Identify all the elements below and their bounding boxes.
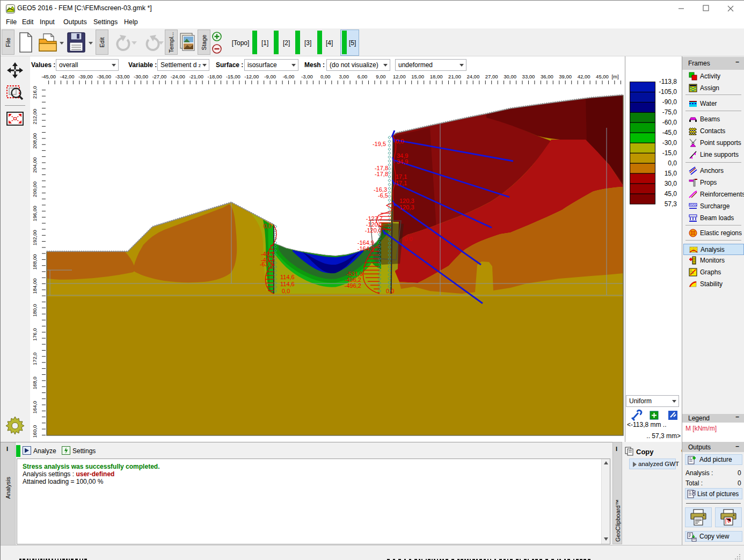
svg-text:-18,00: -18,00 <box>208 74 222 79</box>
svg-text:18,00: 18,00 <box>430 74 443 79</box>
svg-text:0,00: 0,00 <box>320 74 331 79</box>
svg-text:33,00: 33,00 <box>522 74 535 79</box>
svg-text:0,0: 0,0 <box>396 138 404 144</box>
svg-text:176,0: 176,0 <box>32 328 38 341</box>
svg-text:-9,00: -9,00 <box>264 74 276 79</box>
svg-text:-3,00: -3,00 <box>301 74 313 79</box>
svg-text:-30,00: -30,00 <box>134 74 148 79</box>
svg-text:-24,00: -24,00 <box>171 74 185 79</box>
svg-text:-63,3: -63,3 <box>260 261 273 267</box>
svg-text:-39,00: -39,00 <box>78 74 93 79</box>
svg-text:188,00: 188,00 <box>32 254 38 270</box>
svg-text:208,00: 208,00 <box>32 133 38 149</box>
svg-text:6,00: 6,00 <box>358 74 368 79</box>
svg-text:9,00: 9,00 <box>376 74 386 79</box>
svg-text:120,3: 120,3 <box>399 198 414 204</box>
svg-text:27,00: 27,00 <box>485 74 498 79</box>
svg-text:39,00: 39,00 <box>559 74 572 79</box>
svg-text:0,0: 0,0 <box>282 288 290 294</box>
svg-text:114,6: 114,6 <box>280 281 295 287</box>
svg-text:200,00: 200,00 <box>32 181 38 197</box>
svg-text:45,00: 45,00 <box>596 74 609 79</box>
svg-text:15,00: 15,00 <box>411 74 424 79</box>
svg-text:160,0: 160,0 <box>32 425 38 438</box>
svg-text:17,1: 17,1 <box>396 173 407 180</box>
svg-text:17,1: 17,1 <box>396 180 407 186</box>
svg-text:-36,00: -36,00 <box>97 74 111 79</box>
svg-text:21,00: 21,00 <box>448 74 461 79</box>
svg-text:164,0: 164,0 <box>32 401 38 414</box>
svg-text:-45,00: -45,00 <box>41 74 56 79</box>
svg-text:12,00: 12,00 <box>393 74 406 79</box>
svg-text:-19,5: -19,5 <box>373 141 386 147</box>
svg-text:212,00: 212,00 <box>32 109 38 125</box>
svg-text:172,0: 172,0 <box>32 352 38 365</box>
svg-text:114,6: 114,6 <box>280 274 295 280</box>
svg-text:192,00: 192,00 <box>32 230 38 245</box>
svg-text:42,00: 42,00 <box>578 74 590 79</box>
svg-text:-6,5: -6,5 <box>378 192 388 199</box>
svg-text:184,00: 184,00 <box>32 278 38 294</box>
svg-text:24,00: 24,00 <box>466 74 479 79</box>
svg-text:34,9: 34,9 <box>397 158 408 165</box>
svg-text:-27,00: -27,00 <box>152 74 166 79</box>
svg-text:0,0: 0,0 <box>264 223 272 229</box>
svg-text:[m]: [m] <box>611 74 618 79</box>
svg-text:196,00: 196,00 <box>32 206 38 221</box>
svg-text:-12,00: -12,00 <box>244 74 259 79</box>
svg-text:36,00: 36,00 <box>541 74 553 79</box>
svg-text:-6,00: -6,00 <box>283 74 295 79</box>
svg-text:3,00: 3,00 <box>339 74 349 79</box>
svg-text:0 0: 0 0 <box>404 236 412 242</box>
svg-text:-17,8: -17,8 <box>375 171 388 177</box>
svg-text:120,3: 120,3 <box>399 204 414 210</box>
svg-text:204,00: 204,00 <box>32 157 38 173</box>
svg-text:-15,00: -15,00 <box>226 74 240 79</box>
svg-text:0,0: 0,0 <box>386 288 394 294</box>
svg-text:168,0: 168,0 <box>32 377 38 390</box>
svg-text:-120,0: -120,0 <box>365 227 382 234</box>
svg-text:216,0: 216,0 <box>32 86 38 99</box>
svg-text:-42,00: -42,00 <box>60 74 75 79</box>
svg-text:-21,00: -21,00 <box>189 74 203 79</box>
svg-text:180,0: 180,0 <box>32 304 38 317</box>
svg-text:-164,9: -164,9 <box>358 245 374 252</box>
svg-text:30,00: 30,00 <box>504 74 516 79</box>
svg-text:-496,2: -496,2 <box>345 282 361 289</box>
svg-text:-33,00: -33,00 <box>115 74 130 79</box>
